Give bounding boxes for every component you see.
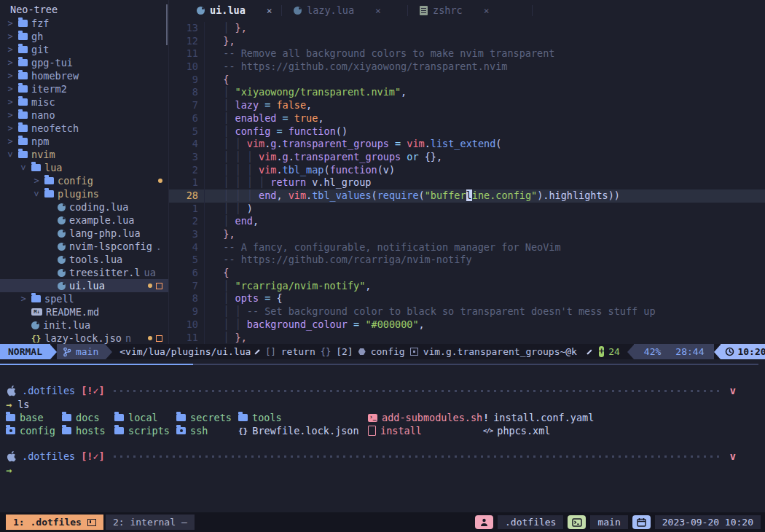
code-line[interactable]: 10 │ │ background_colour = "#000000", — [169, 318, 765, 332]
line-number: 28 — [169, 189, 204, 203]
code-line[interactable]: 6 { — [169, 267, 765, 280]
chevron-icon[interactable]: > — [6, 18, 15, 28]
code-line[interactable]: 7 │ lazy = false, — [169, 99, 765, 112]
pane-divider[interactable] — [193, 364, 758, 365]
code-line[interactable]: 28 │ │ │ end, vim.tbl_values(require("bu… — [169, 189, 765, 203]
code-line[interactable]: 12 }, — [169, 35, 765, 48]
chevron-icon[interactable]: > — [6, 110, 15, 120]
chevron-icon[interactable]: > — [6, 123, 15, 133]
code-text: │ │ │ │ return v.hl_group — [211, 176, 371, 189]
folder-icon — [6, 414, 15, 421]
tree-item-lua[interactable]: >lua — [0, 161, 168, 174]
powerline-separator — [50, 345, 57, 359]
tree-item-lazy-lock-jso[interactable]: {}lazy-lock.json — [0, 332, 168, 344]
folder-icon — [44, 177, 54, 184]
chevron-icon[interactable]: > — [18, 163, 28, 172]
tree-item-readme-md[interactable]: M↓README.md — [0, 305, 168, 318]
chevron-icon[interactable]: > — [19, 294, 28, 304]
pane-divider-active[interactable] — [0, 364, 193, 365]
chevron-icon[interactable]: > — [6, 31, 15, 42]
code-line[interactable]: 9 │ │ -- Set background color to black s… — [169, 305, 765, 318]
chevron-icon[interactable]: > — [32, 176, 41, 186]
code-line[interactable]: 3 │ │ │ vim.g.transparent_groups or {}, — [169, 151, 765, 164]
code-line[interactable]: 8 │ "xiyaowong/transparent.nvim", — [169, 86, 765, 99]
tree-item-init-lua[interactable]: init.lua — [0, 318, 168, 332]
code-text: │ end, — [211, 215, 259, 228]
tab-close-icon[interactable]: × — [484, 5, 490, 16]
chevron-icon[interactable]: > — [6, 84, 15, 94]
tree-item-misc[interactable]: >misc — [0, 95, 168, 109]
tree-item-nvim-lspconfig[interactable]: nvim-lspconfig. — [0, 240, 168, 253]
code-line[interactable]: 3 }, — [169, 228, 765, 241]
brackets-icon: [] — [265, 347, 275, 357]
tab-close-icon[interactable]: × — [375, 5, 381, 16]
code-line[interactable]: 5 │ config = function() — [169, 125, 765, 138]
tmux-window-2-internal[interactable]: 2: internal– — [106, 515, 195, 530]
branch-badge — [568, 515, 586, 529]
tree-item-fzf[interactable]: >fzf — [0, 17, 168, 30]
git-unstaged-square-icon — [156, 335, 162, 342]
tree-item-gpg-tui[interactable]: >gpg-tui — [0, 56, 168, 69]
chevron-icon[interactable]: > — [6, 58, 15, 68]
tree-item-ui-lua[interactable]: ui.lua — [0, 279, 168, 292]
code-line[interactable]: 10 -- https://github.com/xiyaowong/trans… — [169, 60, 765, 74]
tree-item-example-lua[interactable]: example.lua — [0, 214, 168, 227]
code-line[interactable]: 9 { — [169, 74, 765, 87]
code-line[interactable]: 13 │ }, — [169, 22, 765, 35]
tree-item-iterm2[interactable]: >iterm2 — [0, 82, 168, 95]
line-number: 3 — [169, 228, 204, 241]
tree-item-plugins[interactable]: >plugins — [0, 187, 168, 200]
tree-item-nano[interactable]: >nano — [0, 109, 168, 122]
code-line[interactable]: 2 │ end, — [169, 215, 765, 228]
tab-lazy-lua[interactable]: lazy.lua× — [282, 0, 407, 20]
code-line[interactable]: 11 -- Remove all background colors to ma… — [169, 47, 765, 60]
tab-zshrc[interactable]: zshrc× — [408, 0, 532, 20]
code-line[interactable]: 5 -- https://github.com/rcarriga/nvim-no… — [169, 254, 765, 267]
gutter-separator — [204, 305, 205, 318]
code-line[interactable]: 6 │ enabled = true, — [169, 112, 765, 125]
tree-item-gh[interactable]: >gh — [0, 30, 168, 43]
ls-output-row: confighostsscriptsssh{}Brewfile.lock.jso… — [6, 424, 614, 437]
code-text: }, — [211, 35, 235, 48]
chevron-icon[interactable]: > — [6, 71, 15, 81]
code-buffer[interactable]: 13 │ },12 },11 -- Remove all background … — [169, 22, 765, 344]
code-line[interactable]: 7 │ "rcarriga/nvim-notify", — [169, 280, 765, 293]
folder-icon — [114, 414, 124, 421]
field-icon — [410, 348, 418, 356]
tree-item-tools-lua[interactable]: tools.lua — [0, 253, 168, 266]
code-line[interactable]: 1 │ │ │ │ return v.hl_group — [169, 176, 765, 189]
terminal-pane[interactable]: .dotfiles [!✓] v → ls basedocslocalsecre… — [0, 368, 765, 512]
code-line[interactable]: 1 │ │ ) — [169, 203, 765, 216]
code-line[interactable]: 8 │ opts = { — [169, 292, 765, 305]
tree-item-label: nano — [31, 109, 55, 121]
tree-item-npm[interactable]: >npm — [0, 135, 168, 148]
tree-item-git[interactable]: >git — [0, 43, 168, 56]
code-text: -- https://github.com/xiyaowong/transpar… — [211, 60, 507, 74]
tree-item-config[interactable]: >config — [0, 174, 168, 187]
chevron-icon[interactable]: > — [6, 44, 15, 55]
tree-item-coding-lua[interactable]: coding.lua — [0, 200, 168, 214]
cursor-line[interactable]: → — [6, 463, 736, 477]
tree-item-nvim[interactable]: >nvim — [0, 148, 168, 161]
tab-ui-lua[interactable]: ui.lua× — [185, 0, 281, 20]
chevron-icon[interactable]: > — [5, 150, 15, 159]
line-number: 8 — [169, 86, 204, 99]
neotree-panel: Neo-tree >fzf>gh>git>gpg-tui>homebrew>it… — [0, 0, 168, 344]
chevron-icon[interactable]: > — [6, 97, 15, 107]
code-text: │ "xiyaowong/transparent.nvim", — [211, 86, 407, 99]
tmux-window-1-dotfiles[interactable]: 1: .dotfiles — [6, 515, 103, 530]
code-line[interactable]: 4 │ │ vim.g.transparent_groups = vim.lis… — [169, 138, 765, 151]
ls-entry: hosts — [62, 424, 114, 437]
tree-item-spell[interactable]: >spell — [0, 292, 168, 305]
tree-item-lang-php-lua[interactable]: lang-php.lua — [0, 227, 168, 240]
chevron-icon[interactable]: > — [31, 189, 42, 198]
code-line[interactable]: 4 -- A fancy, configurable, notification… — [169, 241, 765, 254]
tree-item-homebrew[interactable]: >homebrew — [0, 69, 168, 82]
code-line[interactable]: 2 │ │ │ vim.tbl_map(function(v) — [169, 164, 765, 177]
chevron-icon[interactable]: > — [6, 136, 15, 146]
tree-item-neofetch[interactable]: >neofetch — [0, 122, 168, 135]
tab-close-icon[interactable]: × — [267, 5, 272, 16]
tree-item-treesitter-l[interactable]: treesitter.lua — [0, 266, 168, 279]
git-unstaged-square-icon — [156, 283, 162, 289]
code-line[interactable]: 11 │ }, — [169, 332, 765, 345]
